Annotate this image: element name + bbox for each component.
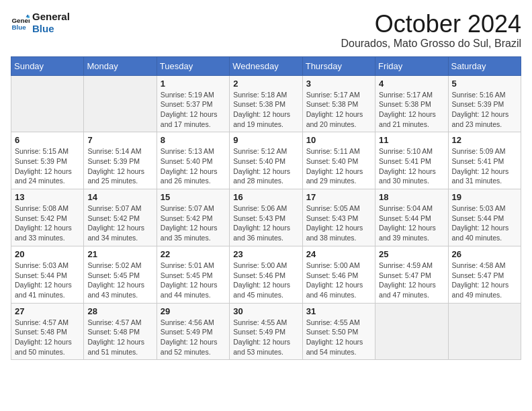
day-number: 28	[87, 306, 152, 316]
calendar-cell	[84, 75, 157, 132]
day-number: 19	[452, 192, 517, 202]
day-info: Sunrise: 4:57 AMSunset: 5:48 PMDaylight:…	[15, 318, 80, 357]
day-info: Sunrise: 5:15 AMSunset: 5:39 PMDaylight:…	[15, 146, 80, 186]
header-thursday: Thursday	[302, 56, 375, 75]
calendar-cell: 27Sunrise: 4:57 AMSunset: 5:48 PMDayligh…	[11, 303, 84, 360]
day-number: 31	[306, 306, 371, 316]
calendar-cell: 22Sunrise: 5:01 AMSunset: 5:45 PMDayligh…	[157, 246, 229, 303]
day-number: 23	[233, 249, 298, 259]
calendar-table: SundayMondayTuesdayWednesdayThursdayFrid…	[11, 56, 521, 361]
svg-text:Blue: Blue	[11, 24, 26, 31]
calendar-cell: 1Sunrise: 5:19 AMSunset: 5:37 PMDaylight…	[157, 75, 229, 132]
month-title: October 2024	[341, 11, 521, 38]
day-info: Sunrise: 5:18 AMSunset: 5:38 PMDaylight:…	[233, 90, 298, 130]
day-number: 26	[452, 249, 517, 259]
day-number: 22	[161, 249, 226, 259]
day-info: Sunrise: 5:05 AMSunset: 5:43 PMDaylight:…	[306, 203, 371, 243]
day-number: 4	[379, 79, 444, 89]
logo-blue: Blue	[32, 23, 70, 35]
day-info: Sunrise: 5:13 AMSunset: 5:40 PMDaylight:…	[161, 146, 226, 186]
day-number: 15	[161, 192, 226, 202]
day-number: 3	[306, 79, 371, 89]
calendar-cell: 4Sunrise: 5:17 AMSunset: 5:38 PMDaylight…	[375, 75, 448, 132]
day-info: Sunrise: 5:19 AMSunset: 5:37 PMDaylight:…	[161, 90, 226, 130]
calendar-cell: 5Sunrise: 5:16 AMSunset: 5:39 PMDaylight…	[448, 75, 521, 132]
day-info: Sunrise: 4:56 AMSunset: 5:49 PMDaylight:…	[161, 318, 226, 357]
day-number: 5	[452, 79, 517, 89]
calendar-cell: 25Sunrise: 4:59 AMSunset: 5:47 PMDayligh…	[375, 246, 448, 303]
day-number: 8	[161, 135, 226, 145]
day-number: 2	[233, 79, 298, 89]
day-info: Sunrise: 5:00 AMSunset: 5:46 PMDaylight:…	[233, 261, 298, 300]
day-number: 16	[233, 192, 298, 202]
day-info: Sunrise: 5:11 AMSunset: 5:40 PMDaylight:…	[306, 146, 371, 186]
calendar-cell: 14Sunrise: 5:07 AMSunset: 5:42 PMDayligh…	[84, 189, 157, 246]
day-number: 10	[306, 135, 371, 145]
day-info: Sunrise: 5:09 AMSunset: 5:41 PMDaylight:…	[452, 146, 517, 186]
location: Dourados, Mato Grosso do Sul, Brazil	[341, 38, 521, 50]
day-info: Sunrise: 5:04 AMSunset: 5:44 PMDaylight:…	[379, 203, 444, 243]
calendar-cell: 20Sunrise: 5:03 AMSunset: 5:44 PMDayligh…	[11, 246, 84, 303]
day-info: Sunrise: 5:07 AMSunset: 5:42 PMDaylight:…	[161, 203, 226, 243]
calendar-cell: 18Sunrise: 5:04 AMSunset: 5:44 PMDayligh…	[375, 189, 448, 246]
calendar-cell: 29Sunrise: 4:56 AMSunset: 5:49 PMDayligh…	[157, 303, 229, 360]
day-number: 18	[379, 192, 444, 202]
day-info: Sunrise: 5:06 AMSunset: 5:43 PMDaylight:…	[233, 203, 298, 243]
day-number: 13	[15, 192, 80, 202]
calendar-week-5: 27Sunrise: 4:57 AMSunset: 5:48 PMDayligh…	[11, 303, 521, 360]
page-header: General Blue General Blue October 2024 D…	[11, 11, 521, 50]
calendar-cell: 6Sunrise: 5:15 AMSunset: 5:39 PMDaylight…	[11, 132, 84, 189]
calendar-week-4: 20Sunrise: 5:03 AMSunset: 5:44 PMDayligh…	[11, 246, 521, 303]
day-number: 21	[87, 249, 152, 259]
day-number: 17	[306, 192, 371, 202]
calendar-week-2: 6Sunrise: 5:15 AMSunset: 5:39 PMDaylight…	[11, 132, 521, 189]
day-number: 1	[161, 79, 226, 89]
day-info: Sunrise: 4:55 AMSunset: 5:50 PMDaylight:…	[306, 318, 371, 357]
day-number: 14	[87, 192, 152, 202]
day-info: Sunrise: 4:55 AMSunset: 5:49 PMDaylight:…	[233, 318, 298, 357]
day-number: 7	[87, 135, 152, 145]
day-info: Sunrise: 5:14 AMSunset: 5:39 PMDaylight:…	[87, 146, 152, 186]
day-number: 24	[306, 249, 371, 259]
day-number: 29	[161, 306, 226, 316]
day-number: 9	[233, 135, 298, 145]
day-number: 20	[15, 249, 80, 259]
header-wednesday: Wednesday	[230, 56, 302, 75]
calendar-cell	[448, 303, 521, 360]
header-tuesday: Tuesday	[157, 56, 229, 75]
calendar-cell: 15Sunrise: 5:07 AMSunset: 5:42 PMDayligh…	[157, 189, 229, 246]
calendar-cell: 13Sunrise: 5:08 AMSunset: 5:42 PMDayligh…	[11, 189, 84, 246]
day-info: Sunrise: 5:03 AMSunset: 5:44 PMDaylight:…	[15, 261, 80, 300]
calendar-cell: 23Sunrise: 5:00 AMSunset: 5:46 PMDayligh…	[230, 246, 302, 303]
calendar-cell: 21Sunrise: 5:02 AMSunset: 5:45 PMDayligh…	[84, 246, 157, 303]
day-number: 11	[379, 135, 444, 145]
calendar-cell	[375, 303, 448, 360]
calendar-cell: 31Sunrise: 4:55 AMSunset: 5:50 PMDayligh…	[302, 303, 375, 360]
day-info: Sunrise: 5:17 AMSunset: 5:38 PMDaylight:…	[306, 90, 371, 130]
calendar-week-1: 1Sunrise: 5:19 AMSunset: 5:37 PMDaylight…	[11, 75, 521, 132]
day-number: 12	[452, 135, 517, 145]
calendar-cell: 16Sunrise: 5:06 AMSunset: 5:43 PMDayligh…	[230, 189, 302, 246]
day-number: 27	[15, 306, 80, 316]
calendar-cell: 17Sunrise: 5:05 AMSunset: 5:43 PMDayligh…	[302, 189, 375, 246]
day-info: Sunrise: 5:01 AMSunset: 5:45 PMDaylight:…	[161, 261, 226, 300]
day-info: Sunrise: 4:59 AMSunset: 5:47 PMDaylight:…	[379, 261, 444, 300]
calendar-cell: 7Sunrise: 5:14 AMSunset: 5:39 PMDaylight…	[84, 132, 157, 189]
header-monday: Monday	[84, 56, 157, 75]
logo-icon: General Blue	[11, 13, 30, 32]
header-saturday: Saturday	[448, 56, 521, 75]
day-info: Sunrise: 5:17 AMSunset: 5:38 PMDaylight:…	[379, 90, 444, 130]
title-block: October 2024 Dourados, Mato Grosso do Su…	[341, 11, 521, 50]
day-info: Sunrise: 5:03 AMSunset: 5:44 PMDaylight:…	[452, 203, 517, 243]
header-friday: Friday	[375, 56, 448, 75]
calendar-cell: 30Sunrise: 4:55 AMSunset: 5:49 PMDayligh…	[230, 303, 302, 360]
calendar-cell: 8Sunrise: 5:13 AMSunset: 5:40 PMDaylight…	[157, 132, 229, 189]
day-number: 25	[379, 249, 444, 259]
calendar-cell: 11Sunrise: 5:10 AMSunset: 5:41 PMDayligh…	[375, 132, 448, 189]
day-info: Sunrise: 5:02 AMSunset: 5:45 PMDaylight:…	[87, 261, 152, 300]
calendar-week-3: 13Sunrise: 5:08 AMSunset: 5:42 PMDayligh…	[11, 189, 521, 246]
day-info: Sunrise: 5:10 AMSunset: 5:41 PMDaylight:…	[379, 146, 444, 186]
calendar-header-row: SundayMondayTuesdayWednesdayThursdayFrid…	[11, 56, 521, 75]
day-number: 6	[15, 135, 80, 145]
calendar-cell: 26Sunrise: 4:58 AMSunset: 5:47 PMDayligh…	[448, 246, 521, 303]
